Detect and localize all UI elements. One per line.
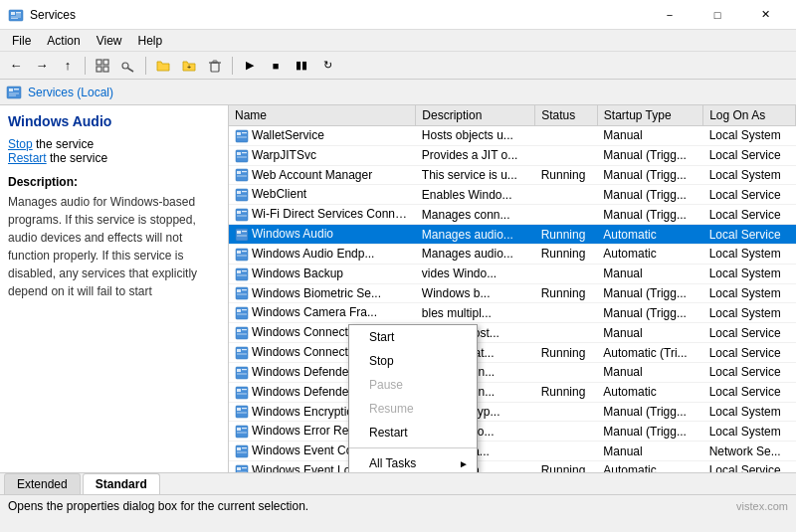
table-row[interactable]: Wi-Fi Direct Services Connection Manager… <box>229 205 796 225</box>
filter-button[interactable] <box>116 55 140 77</box>
cell-name: Windows Audio Endp... <box>229 244 416 264</box>
context-sep-1 <box>349 447 477 448</box>
table-row[interactable]: Windows Encryption P...dows Encryp...Man… <box>229 402 796 422</box>
col-description[interactable]: Description <box>416 105 535 126</box>
cell-status <box>535 205 598 225</box>
svg-point-10 <box>122 63 128 69</box>
forward-button[interactable]: → <box>30 55 54 77</box>
svg-rect-57 <box>236 307 248 319</box>
menu-action[interactable]: Action <box>39 32 88 50</box>
table-row[interactable]: Windows Connection ...tes automat...Runn… <box>229 343 796 363</box>
svg-rect-28 <box>237 156 247 157</box>
play-button[interactable]: ▶ <box>238 55 262 77</box>
table-row[interactable]: WebClientEnables Windo...Manual (Trigg..… <box>229 185 796 205</box>
cell-status <box>535 145 598 165</box>
restart-button[interactable]: ↻ <box>315 55 339 77</box>
delete-button[interactable] <box>203 55 227 77</box>
col-logon-as[interactable]: Log On As <box>703 105 796 126</box>
stop-button[interactable]: ■ <box>264 55 288 77</box>
menu-file[interactable]: File <box>4 32 39 50</box>
tab-extended[interactable]: Extended <box>4 473 81 494</box>
cell-logon: Local System <box>703 244 796 264</box>
svg-rect-4 <box>11 16 21 17</box>
svg-rect-44 <box>237 235 247 236</box>
svg-rect-59 <box>242 309 247 310</box>
close-button[interactable]: ✕ <box>742 0 788 30</box>
table-row[interactable]: Windows Event Logservice ma...RunningAut… <box>229 461 796 472</box>
context-restart[interactable]: Restart <box>349 421 477 444</box>
cell-desc: This service is u... <box>416 165 535 185</box>
table-row[interactable]: Web Account ManagerThis service is u...R… <box>229 165 796 185</box>
status-bar: Opens the properties dialog box for the … <box>0 494 796 516</box>
cell-logon: Local Service <box>703 362 796 382</box>
cell-startup: Manual (Trigg... <box>597 422 702 442</box>
svg-rect-73 <box>236 387 248 399</box>
table-row[interactable]: Windows Event Collec...service ma...Manu… <box>229 442 796 461</box>
svg-rect-88 <box>237 452 247 453</box>
context-all-tasks[interactable]: All Tasks ► <box>349 451 477 472</box>
col-status[interactable]: Status <box>535 105 598 126</box>
table-row[interactable]: Windows AudioManages audio...RunningAuto… <box>229 225 796 245</box>
address-path[interactable]: Services (Local) <box>28 86 113 99</box>
tab-standard[interactable]: Standard <box>83 473 160 494</box>
table-row[interactable]: WalletServiceHosts objects u...ManualLoc… <box>229 126 796 146</box>
svg-rect-18 <box>14 89 19 90</box>
table-row[interactable]: Windows Backupvides Windo...ManualLocal … <box>229 264 796 283</box>
table-row[interactable]: Windows Defender Def...dows Defen...Runn… <box>229 382 796 402</box>
menu-view[interactable]: View <box>89 32 130 50</box>
svg-rect-52 <box>237 274 247 275</box>
svg-rect-81 <box>236 426 248 438</box>
pause-button[interactable]: ▮▮ <box>290 55 313 77</box>
table-row[interactable]: WarpJITSvcProvides a JIT o...Manual (Tri… <box>229 145 796 165</box>
svg-rect-50 <box>237 270 241 273</box>
folder-button[interactable] <box>151 55 175 77</box>
table-row[interactable]: Windows Error Repor...ws errors to...Man… <box>229 422 796 442</box>
folder2-button[interactable]: + <box>177 55 201 77</box>
table-row[interactable]: Windows Defender Ac...dows Defen...Manua… <box>229 362 796 382</box>
cell-logon: Network Se... <box>703 442 796 461</box>
table-row[interactable]: Windows Camera Fra...bles multipl...Manu… <box>229 303 796 323</box>
svg-rect-64 <box>237 334 247 335</box>
back-button[interactable]: ← <box>4 55 28 77</box>
svg-rect-26 <box>237 152 241 155</box>
up-button[interactable]: ↑ <box>56 55 80 77</box>
table-row[interactable]: Windows Audio Endp...Manages audio...Run… <box>229 244 796 264</box>
minimize-button[interactable]: − <box>647 0 693 30</box>
table-scroll-area[interactable]: Name Description Status Startup Type Log… <box>229 105 796 472</box>
table-row[interactable]: Windows Biometric Se...Windows b...Runni… <box>229 283 796 303</box>
cell-name: Windows Biometric Se... <box>229 283 416 303</box>
maximize-button[interactable]: □ <box>695 0 740 30</box>
svg-rect-84 <box>237 433 247 434</box>
svg-rect-90 <box>237 467 241 470</box>
show-hide-button[interactable] <box>91 55 114 77</box>
svg-rect-49 <box>236 268 248 280</box>
cell-desc: Enables Windo... <box>416 185 535 205</box>
cell-name: Windows Backup <box>229 264 416 283</box>
svg-rect-40 <box>237 216 247 217</box>
cell-startup: Manual <box>597 323 702 343</box>
context-stop[interactable]: Stop <box>349 349 477 373</box>
svg-rect-34 <box>237 191 241 194</box>
svg-rect-69 <box>236 367 248 379</box>
right-panel: Name Description Status Startup Type Log… <box>229 105 796 472</box>
context-menu: Start Stop Pause Resume Restart All Task… <box>348 324 478 472</box>
cell-name: Web Account Manager <box>229 165 416 185</box>
stop-link[interactable]: Stop <box>8 137 33 151</box>
svg-rect-8 <box>103 60 108 65</box>
svg-rect-51 <box>242 270 247 271</box>
table-row[interactable]: Windows Connect No...NCSVC host...Manual… <box>229 323 796 343</box>
cell-startup: Manual (Trigg... <box>597 402 702 422</box>
cell-status: Running <box>535 283 598 303</box>
svg-rect-61 <box>236 327 248 339</box>
col-name[interactable]: Name <box>229 105 416 126</box>
cell-logon: Local Service <box>703 185 796 205</box>
svg-rect-23 <box>242 132 247 133</box>
menu-help[interactable]: Help <box>130 32 171 50</box>
cell-startup: Manual (Trigg... <box>597 145 702 165</box>
context-start[interactable]: Start <box>349 325 477 349</box>
cell-status <box>535 264 598 283</box>
restart-link[interactable]: Restart <box>8 151 47 165</box>
col-startup-type[interactable]: Startup Type <box>597 105 702 126</box>
svg-rect-25 <box>236 150 248 162</box>
watermark: vistex.com <box>736 500 788 512</box>
